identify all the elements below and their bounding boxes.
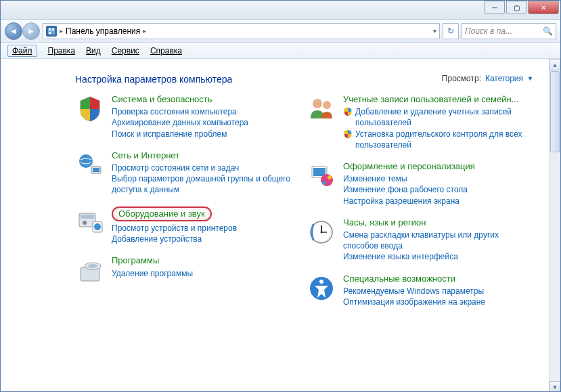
category-item: Специальные возможностиРекомендуемые Win… xyxy=(307,274,529,308)
category-link[interactable]: Удаление программы xyxy=(112,268,297,279)
vertical-scrollbar[interactable]: ▲ ▼ xyxy=(549,59,560,392)
svg-rect-1 xyxy=(49,28,51,30)
svg-rect-18 xyxy=(313,168,326,176)
breadcrumb-separator-icon: ▸ xyxy=(60,27,63,35)
svg-point-9 xyxy=(83,221,87,225)
scroll-track[interactable] xyxy=(549,153,560,381)
category-link[interactable]: Просмотр устройств и принтеров xyxy=(112,223,297,234)
minimize-button[interactable]: ─ xyxy=(485,1,505,14)
system-icon xyxy=(75,94,105,124)
programs-icon xyxy=(75,255,105,285)
svg-point-20 xyxy=(328,175,332,179)
category-item: Оборудование и звукПросмотр устройств и … xyxy=(75,206,297,245)
hardware-icon xyxy=(75,206,105,236)
category-link[interactable]: Изменение темы xyxy=(343,173,529,184)
category-link[interactable]: Добавление устройства xyxy=(112,234,297,244)
category-link[interactable]: Оптимизация изображения на экране xyxy=(343,297,529,307)
clock-icon xyxy=(307,217,336,247)
svg-point-19 xyxy=(321,174,333,186)
view-value[interactable]: Категория xyxy=(485,74,523,83)
svg-point-16 xyxy=(323,101,331,109)
category-title[interactable]: Специальные возможности xyxy=(343,274,529,284)
category-link[interactable]: Поиск и исправление проблем xyxy=(112,129,297,139)
content-area: Настройка параметров компьютера Просмотр… xyxy=(1,59,560,392)
menu-help[interactable]: Справка xyxy=(150,46,182,56)
title-bar: ─ ▢ ✕ xyxy=(1,1,560,20)
access-icon xyxy=(307,274,336,303)
maximize-button[interactable]: ▢ xyxy=(506,1,526,14)
control-panel-icon xyxy=(46,26,57,37)
appearance-icon xyxy=(307,161,336,191)
svg-point-15 xyxy=(313,99,322,108)
svg-point-21 xyxy=(322,181,326,185)
svg-rect-8 xyxy=(81,215,94,219)
close-button[interactable]: ✕ xyxy=(528,1,559,14)
svg-point-11 xyxy=(94,223,101,230)
category-title[interactable]: Учетные записи пользователей и семейн... xyxy=(343,94,529,105)
category-link[interactable]: Проверка состояния компьютера xyxy=(112,106,297,117)
chevron-down-icon: ▼ xyxy=(527,75,533,82)
category-item: Оформление и персонализацияИзменение тем… xyxy=(307,161,529,206)
network-icon xyxy=(75,150,105,180)
category-item: ПрограммыУдаление программы xyxy=(75,255,297,285)
address-bar[interactable]: ▸ Панель управления ▸ ▾ xyxy=(43,23,440,39)
scroll-thumb[interactable] xyxy=(550,71,560,152)
back-button[interactable]: ◄ xyxy=(5,22,22,40)
users-icon xyxy=(307,94,336,124)
view-selector[interactable]: Просмотр: Категория ▼ xyxy=(442,74,533,83)
category-title[interactable]: Оборудование и звук xyxy=(112,206,212,221)
menu-bar: Файл Правка Вид Сервис Справка xyxy=(1,43,560,59)
category-link[interactable]: Просмотр состояния сети и задач xyxy=(112,162,297,173)
svg-rect-3 xyxy=(49,32,51,34)
menu-file[interactable]: Файл xyxy=(7,45,37,57)
right-column: Учетные записи пользователей и семейн...… xyxy=(307,94,529,307)
category-link[interactable]: Изменение языка интерфейса xyxy=(343,251,529,262)
category-link[interactable]: Смена раскладки клавиатуры или других сп… xyxy=(343,230,529,251)
menu-edit[interactable]: Правка xyxy=(48,46,76,56)
svg-point-14 xyxy=(87,264,98,268)
category-link[interactable]: Рекомендуемые Windows параметры xyxy=(343,286,529,297)
scroll-down-button[interactable]: ▼ xyxy=(549,381,560,392)
search-icon: 🔍 xyxy=(543,26,553,36)
category-title[interactable]: Часы, язык и регион xyxy=(343,217,529,228)
navigation-bar: ◄ ► ▸ Панель управления ▸ ▾ ↻ Поиск в па… xyxy=(1,20,560,43)
category-link[interactable]: Архивирование данных компьютера xyxy=(112,117,297,128)
category-link[interactable]: Настройка разрешения экрана xyxy=(343,196,529,206)
refresh-button[interactable]: ↻ xyxy=(443,23,459,39)
svg-point-4 xyxy=(79,154,93,168)
category-link[interactable]: Установка родительского контроля для все… xyxy=(343,129,529,150)
address-dropdown-icon[interactable]: ▾ xyxy=(433,27,436,35)
category-item: Часы, язык и регионСмена раскладки клави… xyxy=(307,217,529,263)
category-item: Учетные записи пользователей и семейн...… xyxy=(307,94,529,150)
breadcrumb-item[interactable]: Панель управления xyxy=(66,26,140,36)
search-input[interactable]: Поиск в па... 🔍 xyxy=(462,23,556,39)
category-link[interactable]: Изменение фона рабочего стола xyxy=(343,184,529,195)
menu-view[interactable]: Вид xyxy=(86,46,101,56)
svg-rect-2 xyxy=(52,28,54,30)
svg-rect-6 xyxy=(93,168,99,172)
category-title[interactable]: Сеть и Интернет xyxy=(112,150,297,161)
svg-point-26 xyxy=(321,231,323,233)
category-link[interactable]: Добавление и удаление учетных записей по… xyxy=(343,106,529,128)
category-title[interactable]: Система и безопасность xyxy=(112,94,297,105)
forward-button[interactable]: ► xyxy=(22,22,40,40)
svg-point-28 xyxy=(319,280,323,284)
category-item: Система и безопасностьПроверка состояния… xyxy=(75,94,297,139)
search-placeholder: Поиск в па... xyxy=(465,26,512,36)
category-title[interactable]: Программы xyxy=(112,255,297,266)
breadcrumb-separator-icon: ▸ xyxy=(143,27,146,35)
category-title[interactable]: Оформление и персонализация xyxy=(343,161,529,172)
category-link[interactable]: Выбор параметров домашней группы и общег… xyxy=(112,173,297,195)
menu-tools[interactable]: Сервис xyxy=(112,46,139,56)
category-item: Сеть и ИнтернетПросмотр состояния сети и… xyxy=(75,150,297,196)
scroll-up-button[interactable]: ▲ xyxy=(549,59,560,70)
left-column: Система и безопасностьПроверка состояния… xyxy=(75,94,297,307)
view-label: Просмотр: xyxy=(442,74,481,83)
